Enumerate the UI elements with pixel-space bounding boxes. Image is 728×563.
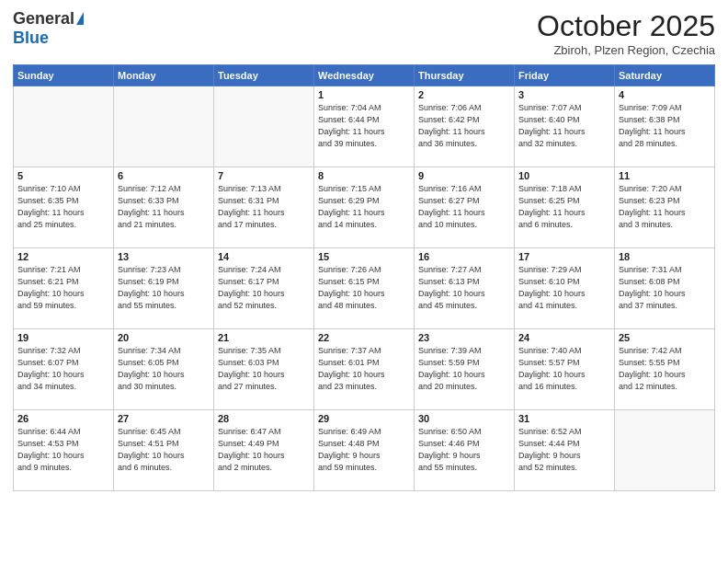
day-info: Sunrise: 7:15 AM Sunset: 6:29 PM Dayligh… [318, 183, 410, 231]
table-row: 27Sunrise: 6:45 AM Sunset: 4:51 PM Dayli… [114, 410, 214, 491]
table-row: 9Sunrise: 7:16 AM Sunset: 6:27 PM Daylig… [415, 167, 515, 248]
day-info: Sunrise: 7:07 AM Sunset: 6:40 PM Dayligh… [518, 102, 610, 150]
day-number: 20 [118, 332, 210, 343]
day-number: 12 [17, 251, 109, 262]
table-row: 16Sunrise: 7:27 AM Sunset: 6:13 PM Dayli… [415, 248, 515, 329]
day-info: Sunrise: 7:04 AM Sunset: 6:44 PM Dayligh… [318, 102, 410, 150]
day-number: 4 [619, 89, 711, 100]
day-info: Sunrise: 7:32 AM Sunset: 6:07 PM Dayligh… [17, 345, 109, 393]
week-row-4: 26Sunrise: 6:44 AM Sunset: 4:53 PM Dayli… [14, 410, 715, 491]
day-info: Sunrise: 7:21 AM Sunset: 6:21 PM Dayligh… [17, 264, 109, 312]
table-row: 24Sunrise: 7:40 AM Sunset: 5:57 PM Dayli… [515, 329, 615, 410]
day-info: Sunrise: 7:35 AM Sunset: 6:03 PM Dayligh… [218, 345, 310, 393]
table-row [615, 410, 715, 491]
table-row: 21Sunrise: 7:35 AM Sunset: 6:03 PM Dayli… [214, 329, 314, 410]
header-tuesday: Tuesday [214, 65, 314, 86]
logo-blue: Blue [13, 29, 49, 48]
day-info: Sunrise: 7:23 AM Sunset: 6:19 PM Dayligh… [118, 264, 210, 312]
table-row: 13Sunrise: 7:23 AM Sunset: 6:19 PM Dayli… [114, 248, 214, 329]
table-row: 2Sunrise: 7:06 AM Sunset: 6:42 PM Daylig… [415, 86, 515, 167]
day-info: Sunrise: 6:50 AM Sunset: 4:46 PM Dayligh… [418, 426, 510, 474]
day-info: Sunrise: 7:39 AM Sunset: 5:59 PM Dayligh… [418, 345, 510, 393]
table-row: 8Sunrise: 7:15 AM Sunset: 6:29 PM Daylig… [314, 167, 415, 248]
title-block: October 2025 Zbiroh, Plzen Region, Czech… [537, 9, 715, 57]
page-container: General Blue October 2025 Zbiroh, Plzen … [0, 0, 728, 499]
day-number: 7 [218, 170, 310, 181]
day-number: 27 [118, 413, 210, 424]
logo-text: General [13, 9, 84, 29]
day-info: Sunrise: 7:12 AM Sunset: 6:33 PM Dayligh… [118, 183, 210, 231]
day-info: Sunrise: 6:49 AM Sunset: 4:48 PM Dayligh… [318, 426, 410, 474]
table-row: 3Sunrise: 7:07 AM Sunset: 6:40 PM Daylig… [515, 86, 615, 167]
table-row: 19Sunrise: 7:32 AM Sunset: 6:07 PM Dayli… [14, 329, 114, 410]
day-number: 11 [619, 170, 711, 181]
table-row [114, 86, 214, 167]
table-row: 25Sunrise: 7:42 AM Sunset: 5:55 PM Dayli… [615, 329, 715, 410]
table-row: 18Sunrise: 7:31 AM Sunset: 6:08 PM Dayli… [615, 248, 715, 329]
header-wednesday: Wednesday [314, 65, 415, 86]
logo-triangle-icon [76, 12, 84, 25]
day-info: Sunrise: 7:42 AM Sunset: 5:55 PM Dayligh… [619, 345, 711, 393]
table-row: 10Sunrise: 7:18 AM Sunset: 6:25 PM Dayli… [515, 167, 615, 248]
day-info: Sunrise: 7:16 AM Sunset: 6:27 PM Dayligh… [418, 183, 510, 231]
day-info: Sunrise: 7:31 AM Sunset: 6:08 PM Dayligh… [619, 264, 711, 312]
day-info: Sunrise: 7:34 AM Sunset: 6:05 PM Dayligh… [118, 345, 210, 393]
day-number: 10 [518, 170, 610, 181]
logo: General Blue [13, 9, 84, 48]
table-row [214, 86, 314, 167]
day-number: 6 [118, 170, 210, 181]
day-info: Sunrise: 7:26 AM Sunset: 6:15 PM Dayligh… [318, 264, 410, 312]
day-info: Sunrise: 6:47 AM Sunset: 4:49 PM Dayligh… [218, 426, 310, 474]
day-number: 21 [218, 332, 310, 343]
day-number: 22 [318, 332, 410, 343]
week-row-1: 5Sunrise: 7:10 AM Sunset: 6:35 PM Daylig… [14, 167, 715, 248]
day-number: 18 [619, 251, 711, 262]
day-number: 26 [17, 413, 109, 424]
day-number: 3 [518, 89, 610, 100]
table-row: 23Sunrise: 7:39 AM Sunset: 5:59 PM Dayli… [415, 329, 515, 410]
week-row-3: 19Sunrise: 7:32 AM Sunset: 6:07 PM Dayli… [14, 329, 715, 410]
day-number: 8 [318, 170, 410, 181]
table-row: 15Sunrise: 7:26 AM Sunset: 6:15 PM Dayli… [314, 248, 415, 329]
day-info: Sunrise: 7:27 AM Sunset: 6:13 PM Dayligh… [418, 264, 510, 312]
table-row: 14Sunrise: 7:24 AM Sunset: 6:17 PM Dayli… [214, 248, 314, 329]
day-info: Sunrise: 6:45 AM Sunset: 4:51 PM Dayligh… [118, 426, 210, 474]
day-number: 31 [518, 413, 610, 424]
day-info: Sunrise: 7:40 AM Sunset: 5:57 PM Dayligh… [518, 345, 610, 393]
weekday-header-row: Sunday Monday Tuesday Wednesday Thursday… [14, 65, 715, 86]
day-info: Sunrise: 7:13 AM Sunset: 6:31 PM Dayligh… [218, 183, 310, 231]
table-row: 28Sunrise: 6:47 AM Sunset: 4:49 PM Dayli… [214, 410, 314, 491]
table-row: 17Sunrise: 7:29 AM Sunset: 6:10 PM Dayli… [515, 248, 615, 329]
table-row: 31Sunrise: 6:52 AM Sunset: 4:44 PM Dayli… [515, 410, 615, 491]
table-row: 30Sunrise: 6:50 AM Sunset: 4:46 PM Dayli… [415, 410, 515, 491]
day-number: 30 [418, 413, 510, 424]
header-thursday: Thursday [415, 65, 515, 86]
day-number: 9 [418, 170, 510, 181]
header-sunday: Sunday [14, 65, 114, 86]
header-friday: Friday [515, 65, 615, 86]
day-info: Sunrise: 7:37 AM Sunset: 6:01 PM Dayligh… [318, 345, 410, 393]
table-row: 7Sunrise: 7:13 AM Sunset: 6:31 PM Daylig… [214, 167, 314, 248]
day-number: 16 [418, 251, 510, 262]
day-number: 28 [218, 413, 310, 424]
location-subtitle: Zbiroh, Plzen Region, Czechia [537, 43, 715, 57]
table-row: 26Sunrise: 6:44 AM Sunset: 4:53 PM Dayli… [14, 410, 114, 491]
day-info: Sunrise: 7:10 AM Sunset: 6:35 PM Dayligh… [17, 183, 109, 231]
day-number: 2 [418, 89, 510, 100]
day-number: 17 [518, 251, 610, 262]
day-number: 14 [218, 251, 310, 262]
day-info: Sunrise: 7:18 AM Sunset: 6:25 PM Dayligh… [518, 183, 610, 231]
day-number: 19 [17, 332, 109, 343]
week-row-2: 12Sunrise: 7:21 AM Sunset: 6:21 PM Dayli… [14, 248, 715, 329]
header-monday: Monday [114, 65, 214, 86]
table-row: 5Sunrise: 7:10 AM Sunset: 6:35 PM Daylig… [14, 167, 114, 248]
day-number: 15 [318, 251, 410, 262]
day-info: Sunrise: 7:06 AM Sunset: 6:42 PM Dayligh… [418, 102, 510, 150]
table-row: 22Sunrise: 7:37 AM Sunset: 6:01 PM Dayli… [314, 329, 415, 410]
day-info: Sunrise: 6:52 AM Sunset: 4:44 PM Dayligh… [518, 426, 610, 474]
day-info: Sunrise: 7:09 AM Sunset: 6:38 PM Dayligh… [619, 102, 711, 150]
day-info: Sunrise: 7:29 AM Sunset: 6:10 PM Dayligh… [518, 264, 610, 312]
day-number: 5 [17, 170, 109, 181]
table-row: 29Sunrise: 6:49 AM Sunset: 4:48 PM Dayli… [314, 410, 415, 491]
day-number: 29 [318, 413, 410, 424]
